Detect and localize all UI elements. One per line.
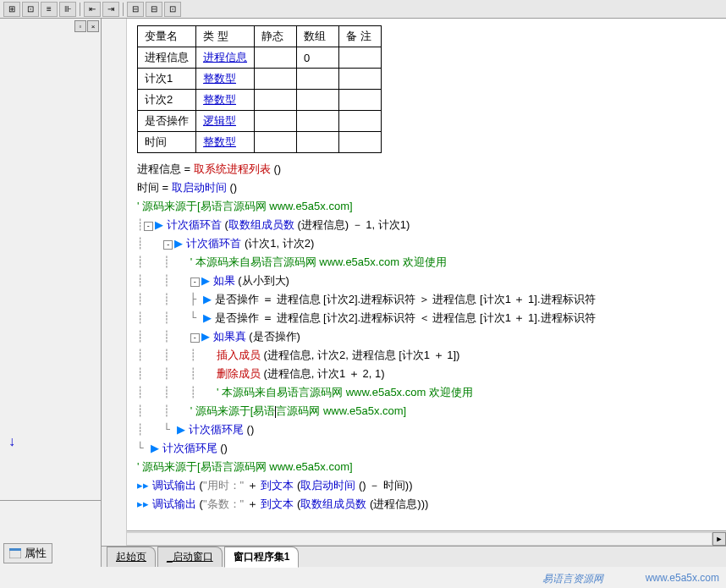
scroll-track[interactable] <box>115 532 712 546</box>
footer-url: www.e5a5x.com <box>646 572 719 586</box>
tb-btn-8[interactable]: ⊟ <box>146 2 162 17</box>
tb-btn-2[interactable]: ⊡ <box>22 2 39 17</box>
code-line: 时间 = 取启动时间 () <box>137 179 716 197</box>
properties-button[interactable]: 属性 <box>3 543 52 563</box>
arrow-down-icon: ↓ <box>8 434 15 449</box>
code-line: ┊ └ ▶计次循环尾 () <box>137 420 716 439</box>
code-comment: ┊ ┊ ' 源码来源于[易语言源码网 www.e5a5x.com] <box>137 402 716 420</box>
table-row: 计次1 整数型 <box>138 69 382 90</box>
col-remark: 备 注 <box>339 26 382 47</box>
code-line: └ ▶计次循环尾 () <box>137 439 716 458</box>
variable-table[interactable]: 变量名 类 型 静态 数组 备 注 进程信息 进程信息 0 计次1 整数型 <box>137 25 382 153</box>
editor-tabs: 起始页 _启动窗口 窗口程序集1 <box>102 546 726 567</box>
table-row: 时间 整数型 <box>138 132 382 153</box>
fold-icon[interactable]: - <box>163 240 173 250</box>
table-row: 进程信息 进程信息 0 <box>138 47 382 69</box>
tab-startwin[interactable]: _启动窗口 <box>157 547 223 567</box>
tab-procset[interactable]: 窗口程序集1 <box>224 547 300 568</box>
gutter <box>102 19 127 546</box>
tab-start[interactable]: 起始页 <box>107 547 156 567</box>
footer-brand: 易语言资源网 <box>542 572 603 586</box>
code-line: ┊ -▶计次循环首 (计次1, 计次2) <box>137 234 716 253</box>
panel-close-icon[interactable]: × <box>87 20 99 32</box>
code-line: ┊ ┊ ├ ▶是否操作 ＝ 进程信息 [计次2].进程标识符 ＞ 进程信息 [计… <box>137 290 716 309</box>
code-line: ┊ ┊ -▶如果 (从小到大) <box>137 272 716 290</box>
code-comment: ┊ ┊ ' 本源码来自易语言源码网 www.e5a5x.com 欢迎使用 <box>137 253 716 272</box>
fold-icon[interactable]: - <box>190 278 200 287</box>
col-static: 静态 <box>255 26 297 47</box>
code-line: ┊ ┊ └ ▶是否操作 ＝ 进程信息 [计次2].进程标识符 ＜ 进程信息 [计… <box>137 309 716 327</box>
tb-btn-9[interactable]: ⊡ <box>164 2 181 17</box>
code-area[interactable]: 变量名 类 型 静态 数组 备 注 进程信息 进程信息 0 计次1 整数型 <box>127 19 726 530</box>
svg-rect-1 <box>9 548 21 551</box>
col-array: 数组 <box>297 26 339 47</box>
code-line: 进程信息 = 取系统进程列表 () <box>137 160 716 179</box>
code-line: ▸▸调试输出 ("用时：" ＋ 到文本 (取启动时间 () － 时间)) <box>137 476 716 495</box>
tb-btn-6[interactable]: ⇥ <box>102 2 119 17</box>
code-line: ┊ ┊ ┊ 删除成员 (进程信息, 计次1 ＋ 2, 1) <box>137 365 716 383</box>
footer: 易语言资源网 www.e5a5x.com <box>542 572 719 586</box>
panel-min-icon[interactable]: ▫ <box>74 20 86 32</box>
toolbar: ⊞ ⊡ ≡ ⊪ ⇤ ⇥ ⊟ ⊟ ⊡ <box>0 0 726 19</box>
properties-icon <box>9 548 21 558</box>
col-type: 类 型 <box>196 26 255 47</box>
code-comment: ' 源码来源于[易语言源码网 www.e5a5x.com] <box>137 458 716 476</box>
h-scrollbar[interactable]: ◄ ► <box>102 530 726 546</box>
code-panel: 变量名 类 型 静态 数组 备 注 进程信息 进程信息 0 计次1 整数型 <box>102 19 726 567</box>
table-row: 计次2 整数型 <box>138 90 382 111</box>
code-line: ┊ ┊ -▶如果真 (是否操作) <box>137 327 716 346</box>
fold-icon[interactable]: - <box>144 222 153 231</box>
fold-icon[interactable]: - <box>190 333 200 343</box>
tb-btn-7[interactable]: ⊟ <box>127 2 144 17</box>
svg-rect-0 <box>9 550 21 558</box>
code-comment: ' 源码来源于[易语言源码网 www.e5a5x.com] <box>137 197 716 216</box>
code-line: ┊ ┊ ┊ 插入成员 (进程信息, 计次2, 进程信息 [计次1 ＋ 1]) <box>137 346 716 365</box>
left-panel: ▫ × ↓ 属性 <box>0 19 102 567</box>
tb-btn-1[interactable]: ⊞ <box>3 2 20 17</box>
code-line: ┊-▶计次循环首 (取数组成员数 (进程信息) － 1, 计次1) <box>137 216 716 234</box>
tb-btn-5[interactable]: ⇤ <box>84 2 101 17</box>
code-comment: ┊ ┊ ┊ ' 本源码来自易语言源码网 www.e5a5x.com 欢迎使用 <box>137 383 716 402</box>
tb-btn-4[interactable]: ⊪ <box>59 2 76 17</box>
scroll-right-icon[interactable]: ► <box>712 532 726 546</box>
table-row: 是否操作 逻辑型 <box>138 111 382 132</box>
tb-btn-3[interactable]: ≡ <box>41 2 58 17</box>
col-name: 变量名 <box>138 26 196 47</box>
code-line: ▸▸调试输出 ("条数：" ＋ 到文本 (取数组成员数 (进程信息))) <box>137 495 716 514</box>
properties-label: 属性 <box>25 546 47 561</box>
